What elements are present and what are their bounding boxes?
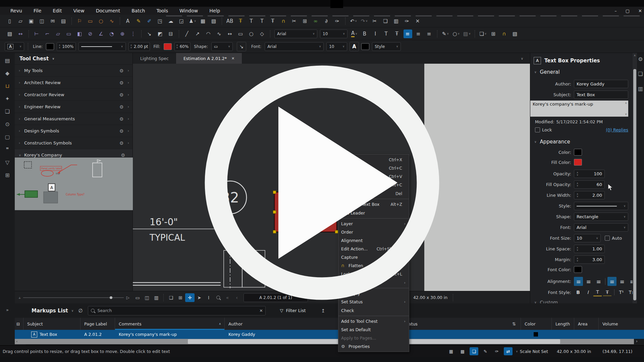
subject-field[interactable]: Text Box	[574, 90, 628, 99]
diameter-measure-icon[interactable]: ⊘	[86, 29, 95, 38]
polyline-icon[interactable]: ∿	[215, 29, 224, 38]
line-space-field[interactable]: ∧∨1.00	[574, 245, 605, 253]
paste-icon[interactable]: ▥	[392, 17, 401, 25]
hyperlink-icon[interactable]: ∞	[312, 17, 320, 25]
dynamic-fill-icon[interactable]: ◩	[156, 29, 165, 38]
row-color-swatch[interactable]	[534, 332, 538, 337]
measure-tool-icon[interactable]: ↔	[16, 29, 25, 38]
tab-lighting-spec[interactable]: Lighting Spec	[133, 53, 176, 64]
menu-item[interactable]: View	[67, 8, 90, 13]
cut-icon[interactable]: ✂	[371, 17, 379, 25]
strikethrough-button[interactable]: Ŧ	[603, 289, 611, 296]
tool-chest-preview[interactable]: Panel verify label TYP A Column Type?	[15, 158, 133, 210]
opacity-field[interactable]: ∧∨100	[574, 170, 605, 178]
menu-item[interactable]: Edit	[47, 8, 67, 13]
menu-item[interactable]: File	[28, 8, 47, 13]
fill-color-swatch[interactable]	[164, 43, 172, 50]
menu-item[interactable]: Window	[174, 8, 204, 13]
gear-icon[interactable]: ⚙	[119, 80, 124, 85]
rectangle-symbol[interactable]	[93, 163, 102, 177]
snap-icon[interactable]: ▩	[458, 347, 467, 355]
attachment-icon[interactable]: ∂	[322, 17, 331, 25]
page-setup-icon[interactable]: ❏∨	[479, 29, 487, 38]
fill-opacity-field[interactable]: ∧∨60%	[174, 42, 191, 51]
select-symbol[interactable]	[24, 162, 32, 168]
context-menu-item[interactable]: Auto-size Text Box Alt+Z	[338, 200, 409, 208]
expand-chevron-icon[interactable]: ›	[19, 81, 24, 84]
more-chevron-icon[interactable]: ›	[128, 117, 129, 121]
column-comments[interactable]: Comments ∧	[115, 318, 225, 330]
zoom-slider-handle[interactable]	[110, 296, 112, 299]
scroll-right-icon[interactable]: ›	[636, 339, 638, 344]
save-icon[interactable]: ▣	[27, 17, 36, 25]
tool-chest-header[interactable]: Tool Chest∨	[15, 53, 132, 65]
strikethrough-icon[interactable]: Ŧ	[393, 29, 401, 38]
column-volume[interactable]: Volume	[599, 318, 644, 330]
props-font-size-select[interactable]: 10∨	[326, 42, 347, 51]
perimeter-measure-icon[interactable]: ▱	[54, 29, 63, 38]
links-panel-icon[interactable]: ❏	[637, 70, 644, 78]
style-select[interactable]: ∨	[574, 202, 628, 210]
ellipse-symbol[interactable]	[41, 170, 53, 176]
context-menu-item[interactable]: Edit Action... Ctrl+Shift+E	[338, 245, 409, 253]
scrollbar-thumb[interactable]	[633, 69, 636, 300]
color-swatch[interactable]	[574, 149, 582, 156]
tab-estimation[interactable]: Estimation A 2.01.2* ✕	[176, 53, 242, 64]
align-middle-button[interactable]: ≡	[618, 277, 627, 286]
paste-in-place-icon[interactable]: ✑	[403, 17, 412, 25]
fill-color-swatch[interactable]	[574, 159, 582, 166]
menu-item[interactable]: Revu	[5, 8, 28, 13]
status-scale[interactable]: Scale Not Set	[520, 349, 548, 354]
new-file-icon[interactable]: ▯	[6, 17, 14, 25]
lasso-markup-icon[interactable]: ⚐	[75, 17, 84, 25]
general-section-header[interactable]: ∨ General	[534, 69, 560, 75]
underline-button[interactable]: T	[593, 288, 602, 296]
gear-icon[interactable]: ⚙	[119, 92, 124, 98]
autosize-button[interactable]: A	[350, 42, 359, 51]
cut-content-icon[interactable]: ✂	[290, 17, 299, 25]
insert-textbox-icon[interactable]: ⊞	[301, 17, 310, 25]
scale-dropdown-icon[interactable]: ∨	[516, 350, 518, 353]
email-icon[interactable]: ✉	[49, 17, 57, 25]
align-top-button[interactable]: ≡	[607, 277, 616, 286]
more-chevron-icon[interactable]: ›	[128, 129, 129, 133]
select-region-icon[interactable]: ▧	[6, 29, 14, 38]
context-menu-item[interactable]: Capture ›	[338, 253, 409, 261]
line-color-swatch[interactable]	[46, 43, 54, 50]
style-select[interactable]: Style∨	[372, 42, 401, 51]
spaces-panel-icon[interactable]: ▽	[2, 158, 12, 166]
author-field[interactable]: Korey Gaddy	[574, 80, 628, 88]
rectangle-markup-icon[interactable]: ▭	[86, 17, 95, 25]
bold-button[interactable]: B	[574, 289, 582, 296]
polylength-measure-icon[interactable]: ⌐	[43, 29, 52, 38]
pencil-icon[interactable]: ✎	[135, 17, 143, 25]
format-painter-icon[interactable]: ✑	[333, 17, 342, 25]
single-page-icon[interactable]: ▭	[133, 293, 142, 302]
expand-chevron-icon[interactable]: ›	[19, 105, 24, 109]
document-panel-icon[interactable]: ❏	[2, 107, 12, 115]
menu-item[interactable]: Help	[204, 8, 226, 13]
font-color-icon[interactable]: A∨	[350, 29, 359, 38]
tool-chest-group[interactable]: › Contractor Review ⚙ ›	[15, 89, 132, 101]
center-measure-icon[interactable]: ⊕	[118, 29, 127, 38]
profile-icon[interactable]: ▤	[59, 17, 68, 25]
thumbnails-panel-icon[interactable]: ▤	[2, 56, 12, 64]
column-area[interactable]: Area	[574, 318, 599, 330]
first-page-icon[interactable]: «	[223, 293, 232, 302]
scroll-left-icon[interactable]: ‹	[16, 339, 17, 344]
arc-icon[interactable]: ◠	[204, 29, 213, 38]
collapse-all-checkbox[interactable]: ⊟	[15, 318, 23, 330]
context-menu-item[interactable]: ⚙ Properties	[338, 342, 409, 351]
italic-icon[interactable]: I	[371, 29, 380, 38]
search-panel-icon[interactable]: ⊙	[2, 120, 12, 128]
close-button[interactable]: ✕	[638, 8, 642, 13]
ellipse-shape-icon[interactable]: ○	[247, 29, 256, 38]
context-menu-item[interactable]: Add to Tool Chest ›	[338, 317, 409, 325]
highlight-pen-icon[interactable]: ✎∨	[441, 29, 450, 38]
dimension-icon[interactable]: ↔	[226, 29, 234, 38]
open-file-icon[interactable]: ▱	[16, 17, 25, 25]
markup-tools-panel-icon[interactable]: ✦	[2, 95, 12, 103]
text-markup-icon[interactable]: T	[258, 17, 267, 25]
align-left-icon[interactable]: ≡	[404, 29, 412, 38]
context-menu-item[interactable]: Cut Ctrl+X	[338, 156, 409, 164]
